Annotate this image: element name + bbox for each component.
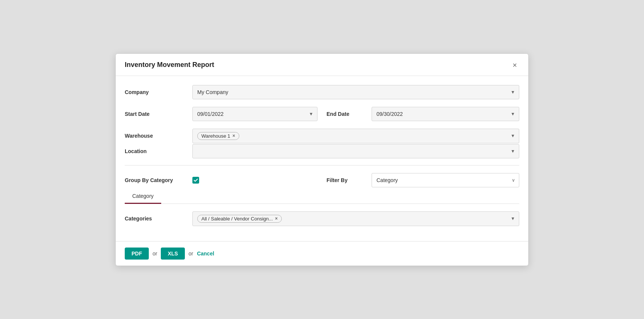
dialog-footer: PDF or XLS or Cancel — [116, 241, 528, 266]
dialog-body: Company My Company ▼ Start Date 09/01/20… — [116, 76, 528, 237]
warehouse-row: Warehouse Warehouse 1 × ▼ — [125, 129, 519, 143]
end-date-chevron-icon: ▼ — [511, 111, 515, 117]
close-button[interactable]: × — [510, 61, 519, 70]
start-date-select[interactable]: 09/01/2022 ▼ — [192, 107, 317, 121]
categories-tag-remove-icon[interactable]: × — [275, 216, 278, 221]
cancel-button[interactable]: Cancel — [197, 251, 214, 257]
location-field: ▼ — [192, 144, 519, 158]
tab-content-category: Categories All / Saleable / Vendor Consi… — [125, 204, 519, 237]
filter-by-label: Filter By — [327, 177, 372, 183]
group-by-checkbox-wrapper — [192, 177, 199, 184]
footer-or-1: or — [153, 251, 157, 257]
company-select[interactable]: My Company ▼ — [192, 85, 519, 99]
tabs-bar: Category — [125, 189, 519, 204]
xls-button[interactable]: XLS — [161, 248, 184, 260]
start-date-chevron-icon: ▼ — [309, 111, 313, 117]
warehouse-tag-remove-icon[interactable]: × — [233, 133, 235, 138]
categories-tag-text: All / Saleable / Vendor Consign... — [201, 216, 273, 222]
location-label: Location — [125, 148, 192, 154]
dialog-title: Inventory Movement Report — [125, 61, 214, 69]
tabs-section: Category Categories All / Saleable / Ven… — [125, 189, 519, 237]
company-row: Company My Company ▼ — [125, 85, 519, 99]
date-row: Start Date 09/01/2022 ▼ End Date 09/30/2… — [125, 107, 519, 121]
categories-chevron-icon: ▼ — [511, 216, 515, 221]
warehouse-field: Warehouse 1 × ▼ — [192, 129, 519, 143]
warehouse-label: Warehouse — [125, 133, 192, 139]
warehouse-chevron-icon: ▼ — [511, 133, 515, 138]
footer-or-2: or — [189, 251, 193, 257]
company-label: Company — [125, 89, 192, 95]
filter-by-value: Category — [376, 177, 398, 183]
warehouse-select[interactable]: Warehouse 1 × ▼ — [192, 129, 519, 143]
filter-by-chevron-icon: ∨ — [512, 178, 515, 183]
location-select[interactable]: ▼ — [192, 144, 519, 158]
location-chevron-icon: ▼ — [511, 149, 515, 154]
filter-by-col: Filter By Category ∨ — [317, 173, 519, 187]
group-by-category-label: Group By Category — [125, 177, 192, 183]
pdf-button[interactable]: PDF — [125, 248, 149, 260]
categories-field: All / Saleable / Vendor Consign... × ▼ — [192, 211, 519, 226]
start-date-value: 09/01/2022 — [197, 111, 224, 117]
dialog-header: Inventory Movement Report × — [116, 54, 528, 76]
warehouse-tag: Warehouse 1 × — [197, 132, 239, 140]
start-date-label: Start Date — [125, 111, 192, 117]
company-chevron-icon: ▼ — [511, 90, 515, 95]
tab-category[interactable]: Category — [125, 189, 161, 204]
end-date-select[interactable]: 09/30/2022 ▼ — [372, 107, 519, 121]
location-row: Location ▼ — [125, 144, 519, 166]
warehouse-tag-text: Warehouse 1 — [201, 133, 230, 139]
group-by-checkbox[interactable] — [192, 177, 199, 184]
categories-label: Categories — [125, 216, 192, 222]
company-field: My Company ▼ — [192, 85, 519, 99]
end-date-value: 09/30/2022 — [376, 111, 403, 117]
categories-select[interactable]: All / Saleable / Vendor Consign... × ▼ — [192, 211, 519, 226]
warehouse-location-block: Warehouse Warehouse 1 × ▼ Location — [125, 129, 519, 166]
inventory-movement-dialog: Inventory Movement Report × Company My C… — [115, 53, 529, 266]
group-by-col: Group By Category — [125, 177, 317, 184]
filter-by-select[interactable]: Category ∨ — [372, 173, 519, 187]
end-date-label: End Date — [327, 111, 372, 117]
categories-tag: All / Saleable / Vendor Consign... × — [197, 215, 282, 223]
group-filter-row: Group By Category Filter By Category ∨ — [125, 173, 519, 187]
tab-category-label: Category — [132, 193, 154, 199]
categories-row: Categories All / Saleable / Vendor Consi… — [125, 211, 519, 226]
start-date-col: Start Date 09/01/2022 ▼ — [125, 107, 317, 121]
company-value: My Company — [197, 89, 228, 95]
end-date-col: End Date 09/30/2022 ▼ — [317, 107, 519, 121]
